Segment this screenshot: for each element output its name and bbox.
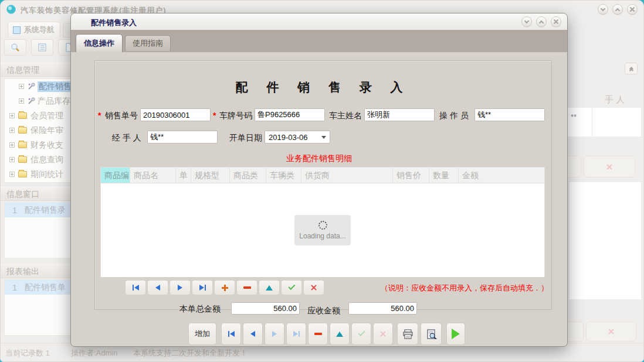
nav-tree: 配件销售 产品库存 会员管理 保险年审 bbox=[4, 78, 79, 183]
next-button[interactable] bbox=[265, 323, 284, 345]
dialog-close-button[interactable] bbox=[551, 16, 561, 27]
x-icon bbox=[310, 284, 317, 291]
cancel-row-button[interactable] bbox=[303, 280, 324, 295]
last-button[interactable] bbox=[286, 323, 306, 345]
expand-plus-icon[interactable] bbox=[9, 157, 15, 162]
expand-plus-icon[interactable] bbox=[19, 98, 24, 104]
column-header[interactable]: 商品编 bbox=[101, 168, 130, 183]
dialog-minimize-button[interactable] bbox=[521, 16, 532, 27]
section-info-management[interactable]: 信息管理 bbox=[1, 63, 79, 77]
edit-row-button[interactable] bbox=[259, 280, 280, 295]
sidebar: 系统导航 信息管理 配件销售 bbox=[1, 19, 79, 340]
folder-icon bbox=[18, 142, 27, 148]
expand-plus-icon[interactable] bbox=[9, 142, 15, 148]
section-info-window[interactable]: 信息窗口 bbox=[1, 187, 79, 201]
tree-item-product-stock[interactable]: 产品库存 bbox=[5, 94, 79, 108]
dialog-maximize-button[interactable] bbox=[536, 16, 547, 27]
total-amount-field[interactable] bbox=[231, 302, 300, 315]
expand-plus-icon[interactable] bbox=[9, 113, 15, 118]
chevron-up-icon bbox=[539, 20, 544, 25]
tree-item-info-query[interactable]: 信息查询 bbox=[5, 152, 79, 167]
tree-item-finance[interactable]: 财务收支 bbox=[5, 138, 79, 152]
maximize-button[interactable] bbox=[612, 4, 623, 15]
column-header[interactable]: 车辆类 bbox=[266, 168, 301, 183]
report-output-list: 1 配件销售单 bbox=[4, 279, 79, 336]
dropdown-arrow-icon bbox=[321, 136, 326, 139]
expand-plus-icon[interactable] bbox=[19, 84, 24, 89]
dialog-titlebar[interactable]: 配件销售录入 bbox=[71, 13, 567, 30]
nav-tab-icon bbox=[13, 26, 21, 34]
dialog-window-controls bbox=[521, 16, 561, 27]
column-header[interactable]: 销售价 bbox=[393, 168, 429, 183]
tool-icon bbox=[28, 97, 35, 105]
last-record-button[interactable] bbox=[192, 280, 213, 295]
collapse-panel-button[interactable] bbox=[625, 63, 638, 74]
plus-icon bbox=[222, 285, 228, 291]
plate-no-field[interactable] bbox=[255, 108, 325, 121]
next-record-button[interactable] bbox=[170, 280, 191, 295]
tree-item-insurance[interactable]: 保险年审 bbox=[5, 123, 79, 138]
status-record-count: 当前记录数 1 bbox=[5, 348, 50, 358]
column-header[interactable]: 商品名 bbox=[130, 168, 176, 183]
print-preview-icon bbox=[426, 329, 437, 339]
add-row-button[interactable] bbox=[214, 280, 235, 295]
column-header[interactable]: 供货商 bbox=[301, 168, 393, 183]
list-item[interactable]: 1 配件销售录 bbox=[5, 203, 79, 217]
background-cancel-button[interactable] bbox=[586, 322, 636, 341]
cancel-icon bbox=[606, 163, 613, 170]
column-header[interactable]: 商品类 bbox=[230, 168, 266, 183]
receivable-field[interactable] bbox=[348, 302, 417, 315]
grid-body[interactable]: Loading data... bbox=[101, 183, 544, 277]
form-list-button[interactable] bbox=[31, 39, 53, 56]
cancel-button[interactable] bbox=[373, 323, 393, 345]
tree-item-members[interactable]: 会员管理 bbox=[5, 108, 79, 123]
order-date-select[interactable]: 2019-03-06 bbox=[265, 131, 330, 144]
edit-button[interactable] bbox=[330, 323, 350, 345]
delete-row-button[interactable] bbox=[236, 280, 257, 295]
column-header[interactable]: 规格型 bbox=[191, 168, 230, 183]
sale-no-field[interactable] bbox=[140, 108, 211, 121]
first-record-button[interactable] bbox=[125, 280, 146, 295]
last-icon bbox=[199, 285, 204, 291]
triangle-up-icon bbox=[266, 285, 273, 291]
operator-field[interactable] bbox=[474, 108, 545, 121]
handler-field[interactable] bbox=[147, 131, 218, 144]
confirm-row-button[interactable] bbox=[281, 280, 302, 295]
next-icon bbox=[272, 331, 277, 337]
tab-system-nav[interactable]: 系统导航 bbox=[8, 22, 60, 37]
background-memo-field[interactable] bbox=[570, 182, 641, 299]
print-button[interactable] bbox=[397, 323, 418, 345]
close-button[interactable] bbox=[627, 4, 638, 15]
save-button[interactable] bbox=[351, 323, 371, 345]
expand-plus-icon[interactable] bbox=[9, 128, 15, 133]
sidebar-toolbar bbox=[4, 39, 80, 56]
spinner-icon bbox=[318, 221, 327, 230]
column-header[interactable]: 单 bbox=[176, 168, 191, 183]
bar-icon bbox=[205, 285, 206, 291]
prev-button[interactable] bbox=[243, 323, 263, 345]
first-button[interactable] bbox=[221, 323, 241, 345]
tab-info-operation[interactable]: 信息操作 bbox=[76, 34, 123, 52]
list-item[interactable]: 1 配件销售单 bbox=[5, 280, 79, 295]
delete-button[interactable] bbox=[308, 323, 328, 345]
run-button[interactable] bbox=[446, 323, 465, 345]
handler-label: 经 手 人 bbox=[112, 133, 141, 144]
column-header[interactable]: 金额 bbox=[459, 168, 544, 183]
print-preview-button[interactable] bbox=[421, 323, 442, 345]
background-input-row[interactable]: ** bbox=[566, 108, 641, 136]
cancel-icon bbox=[608, 328, 615, 335]
add-button[interactable]: 增加 bbox=[188, 323, 216, 345]
owner-field[interactable] bbox=[364, 108, 435, 121]
tree-item-period-stats[interactable]: 期间统计 bbox=[5, 167, 79, 182]
background-cancel-button[interactable] bbox=[584, 156, 635, 177]
prev-record-button[interactable] bbox=[147, 280, 168, 295]
tree-item-parts-sales[interactable]: 配件销售 bbox=[5, 79, 79, 94]
minimize-button[interactable] bbox=[598, 4, 608, 15]
search-button[interactable] bbox=[4, 39, 26, 56]
section-report-output[interactable]: 报表输出 bbox=[1, 264, 79, 278]
tree-item-label: 财务收支 bbox=[30, 140, 63, 151]
expand-plus-icon[interactable] bbox=[9, 172, 15, 177]
form-title: 配 件 销 售 录 入 bbox=[71, 79, 567, 95]
column-header[interactable]: 数量 bbox=[429, 168, 459, 183]
tab-user-guide[interactable]: 使用指南 bbox=[125, 35, 171, 51]
